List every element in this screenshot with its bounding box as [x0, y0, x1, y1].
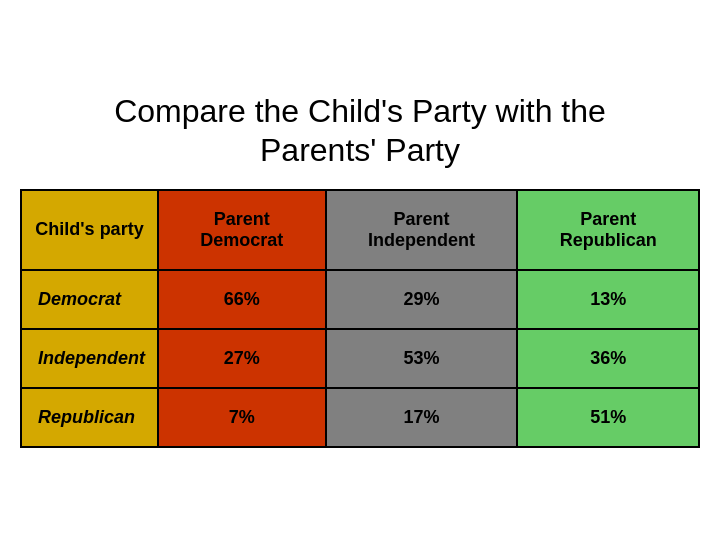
table-row: Republican7%17%51% — [21, 388, 699, 447]
table-row: Democrat66%29%13% — [21, 270, 699, 329]
cell-independent-2: 17% — [326, 388, 518, 447]
col-header-parent-independent: Parent Independent — [326, 190, 518, 270]
cell-democrat-1: 27% — [158, 329, 326, 388]
cell-republican-2: 51% — [517, 388, 699, 447]
cell-independent-0: 29% — [326, 270, 518, 329]
row-label-republican: Republican — [21, 388, 158, 447]
table-row: Independent27%53%36% — [21, 329, 699, 388]
col-header-child: Child's party — [21, 190, 158, 270]
table-header-row: Child's party Parent Democrat Parent Ind… — [21, 190, 699, 270]
title-line2: Parents' Party — [260, 132, 460, 168]
row-label-independent: Independent — [21, 329, 158, 388]
comparison-table: Child's party Parent Democrat Parent Ind… — [20, 189, 700, 448]
col-header-parent-democrat: Parent Democrat — [158, 190, 326, 270]
page-title: Compare the Child's Party with the Paren… — [114, 92, 606, 169]
title-line1: Compare the Child's Party with the — [114, 93, 606, 129]
cell-democrat-0: 66% — [158, 270, 326, 329]
cell-republican-0: 13% — [517, 270, 699, 329]
cell-republican-1: 36% — [517, 329, 699, 388]
row-label-democrat: Democrat — [21, 270, 158, 329]
col-header-parent-republican: Parent Republican — [517, 190, 699, 270]
cell-democrat-2: 7% — [158, 388, 326, 447]
cell-independent-1: 53% — [326, 329, 518, 388]
